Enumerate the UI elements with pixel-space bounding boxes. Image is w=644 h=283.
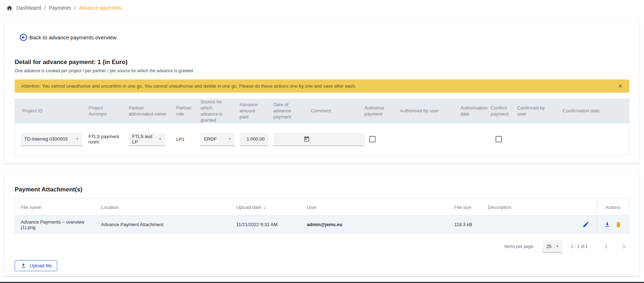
location-cell: Advance Payment Attachment: [95, 216, 230, 234]
col-header-actions: Actions: [596, 199, 629, 216]
items-per-page-label: Items per page:: [504, 244, 534, 249]
payment-attachments-card: Payment Attachment(s) File name Location…: [5, 172, 639, 276]
breadcrumb: Dashboard / Payments / Advance payments: [0, 0, 644, 12]
actions-cell: [596, 216, 629, 234]
chevron-down-icon: ▼: [76, 137, 79, 141]
upload-date-label: Upload date: [236, 205, 261, 210]
upload-icon: [20, 263, 26, 269]
col-header-project-acronym: Project Acronym: [83, 99, 123, 123]
confirm-payment-checkbox[interactable]: [496, 136, 502, 142]
delete-button[interactable]: [614, 220, 623, 229]
partner-select[interactable]: FTLS test LP ▼: [129, 133, 165, 146]
project-id-value: TD-Interreg 0300003: [24, 136, 68, 142]
col-header-comment: Comment: [305, 99, 358, 123]
page-range-label: 1 - 1 of 1: [571, 244, 588, 249]
col-header-authorisation-date: Authorisation date: [455, 99, 485, 123]
comment-input[interactable]: [311, 133, 365, 146]
authorise-payment-checkbox[interactable]: [369, 136, 376, 142]
col-header-partner-abbreviated-name: Partner abbreviated name: [123, 99, 171, 123]
upload-button-label: Upload file: [30, 263, 52, 268]
warning-text: Attention: You cannot unauthorise and un…: [21, 83, 618, 89]
home-icon[interactable]: [6, 5, 13, 11]
advance-payment-row: TD-Interreg 0300003 ▼ FTLS payment room …: [15, 123, 629, 156]
arrow-circle-left-icon: [19, 33, 28, 42]
partner-role-value: LP1: [171, 123, 195, 156]
confirmation-date-value: [557, 123, 629, 156]
col-header-source: Source for which advance is granted: [195, 99, 234, 123]
col-header-advance-amount-paid: Advance amount paid: [234, 99, 268, 123]
upload-file-button[interactable]: Upload file: [15, 260, 57, 271]
user-cell: admin@jems.eu: [301, 216, 449, 234]
chevron-left-icon: [602, 243, 610, 250]
col-header-authorised-by-user: Authorised by user: [394, 99, 455, 123]
col-header-confirmation-date: Confirmation date: [557, 99, 629, 123]
advance-payment-table: Project ID Project Acronym Partner abbre…: [15, 99, 629, 156]
page-title: Detail for advance payment: 1 (in Euro): [15, 59, 629, 66]
col-header-file-size: File size: [449, 199, 482, 216]
chevron-down-icon: ▼: [556, 245, 559, 248]
pencil-icon: [582, 221, 589, 228]
authorisation-date-value: [455, 123, 485, 156]
table-header-row: Project ID Project Acronym Partner abbre…: [15, 99, 629, 123]
breadcrumb-item-advance-payments: Advance payments: [79, 5, 122, 11]
calendar-icon[interactable]: [303, 136, 310, 142]
breadcrumb-item-payments[interactable]: Payments: [49, 5, 71, 11]
back-to-overview-link[interactable]: Back to advance payments overview: [19, 33, 116, 42]
col-header-confirm-payment: Confirm payment: [485, 99, 512, 123]
trash-icon: [615, 221, 622, 228]
col-header-partner-role: Partner role: [171, 99, 195, 123]
col-header-confirmed-by-user: Confirmed by user: [512, 99, 557, 123]
upload-date-cell: 11/21/2022 9:31 AM: [230, 216, 301, 234]
file-size-cell: 118.3 kB: [449, 216, 482, 234]
breadcrumb-item-dashboard[interactable]: Dashboard: [16, 5, 41, 11]
items-per-page-select[interactable]: 25 ▼: [543, 240, 562, 253]
source-select[interactable]: ERDF ▼: [200, 133, 235, 146]
col-header-date-of-advance-payment: Date of advance payment: [268, 99, 305, 123]
project-id-select[interactable]: TD-Interreg 0300003 ▼: [21, 133, 82, 146]
col-header-location: Location: [95, 199, 230, 216]
close-icon[interactable]: ×: [618, 83, 623, 89]
attachments-table: File name Location Upload date↓ User Fil…: [15, 199, 629, 234]
attachments-title: Payment Attachment(s): [15, 186, 629, 193]
chevron-right-icon: [620, 243, 628, 250]
paginator: Items per page: 25 ▼ 1 - 1 of 1: [15, 237, 629, 256]
project-acronym-value: FTLS payment room: [83, 123, 123, 156]
items-per-page-value: 25: [546, 244, 551, 249]
advance-amount-value: 1.000,00: [247, 136, 265, 142]
authorised-by-user-value: [394, 123, 455, 156]
next-page-button[interactable]: [619, 242, 629, 251]
warning-banner: Attention: You cannot unauthorise and un…: [15, 79, 629, 93]
download-icon: [604, 221, 611, 228]
previous-page-button[interactable]: [601, 242, 611, 251]
advance-amount-input[interactable]: 1.000,00: [240, 133, 268, 146]
sort-descending-icon: ↓: [263, 205, 266, 210]
edit-description-button[interactable]: [581, 220, 591, 229]
attachments-header-row: File name Location Upload date↓ User Fil…: [15, 199, 629, 216]
col-header-authorise-payment: Authorise payment: [358, 99, 394, 123]
partner-value: FTLS test LP: [132, 134, 156, 145]
confirmed-by-user-value: [512, 123, 557, 156]
col-header-project-id: Project ID: [15, 99, 83, 123]
source-value: ERDF: [204, 136, 216, 142]
col-header-user: User: [301, 199, 449, 216]
breadcrumb-separator: /: [74, 5, 76, 11]
back-link-label: Back to advance payments overview: [29, 34, 116, 40]
download-button[interactable]: [602, 220, 612, 229]
col-header-description: Description: [482, 199, 596, 216]
col-header-upload-date[interactable]: Upload date↓: [230, 199, 301, 216]
advance-payment-detail-card: Back to advance payments overview Detail…: [5, 20, 639, 164]
description-cell: [482, 216, 596, 234]
page-subtitle: One advance is created per project / per…: [15, 68, 629, 73]
chevron-down-icon: ▼: [159, 137, 162, 141]
breadcrumb-separator: /: [44, 5, 46, 11]
file-name-cell: Advance Payments – overview (1).png: [15, 216, 96, 234]
col-header-file-name: File name: [15, 199, 96, 216]
chevron-down-icon: ▼: [228, 137, 231, 141]
attachment-row: Advance Payments – overview (1).png Adva…: [15, 216, 629, 234]
